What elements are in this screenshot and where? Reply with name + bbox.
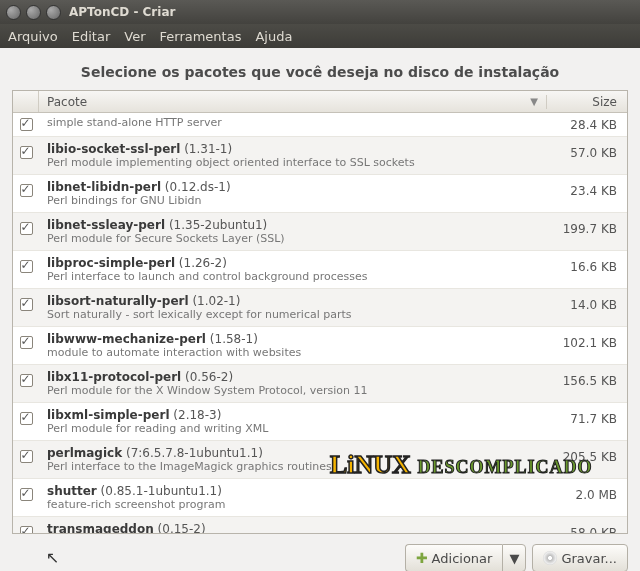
package-description: Perl module for Secure Sockets Layer (SS… [47, 232, 539, 245]
package-description: module to automate interaction with webs… [47, 346, 539, 359]
row-checkbox-cell [13, 116, 39, 131]
package-version: (1.02-1) [192, 294, 240, 308]
menu-arquivo[interactable]: Arquivo [8, 29, 58, 44]
menu-ajuda[interactable]: Ajuda [255, 29, 292, 44]
table-row[interactable]: shutter (0.85.1-1ubuntu1.1)feature-rich … [13, 479, 627, 517]
table-row[interactable]: libxml-simple-perl (2.18-3)Perl module f… [13, 403, 627, 441]
row-main: libx11-protocol-perl (0.56-2)Perl module… [39, 368, 547, 399]
row-checkbox-cell [13, 140, 39, 159]
maximize-icon[interactable] [46, 5, 61, 20]
column-package-label: Pacote [47, 95, 87, 109]
add-button-label: Adicionar [432, 551, 493, 566]
package-description: simple stand-alone HTTP server [47, 116, 539, 129]
package-description: Perl bindings for GNU Libidn [47, 194, 539, 207]
close-icon[interactable] [6, 5, 21, 20]
package-size: 71.7 KB [547, 406, 627, 426]
package-size: 2.0 MB [547, 482, 627, 502]
package-name: shutter [47, 484, 97, 498]
checkbox-icon[interactable] [20, 412, 33, 425]
package-name: libio-socket-ssl-perl [47, 142, 180, 156]
row-main: libxml-simple-perl (2.18-3)Perl module f… [39, 406, 547, 437]
row-main: perlmagick (7:6.5.7.8-1ubuntu1.1)Perl in… [39, 444, 547, 475]
row-main: libproc-simple-perl (1.26-2)Perl interfa… [39, 254, 547, 285]
package-size: 58.0 KB [547, 520, 627, 533]
add-button-group: ✚ Adicionar ▼ [405, 544, 527, 571]
package-version: (0.15-2) [158, 522, 206, 533]
page-heading: Selecione os pacotes que você deseja no … [12, 64, 628, 80]
row-main: simple stand-alone HTTP server [39, 116, 547, 131]
package-name: libxml-simple-perl [47, 408, 170, 422]
menu-editar[interactable]: Editar [72, 29, 111, 44]
package-name: transmageddon [47, 522, 154, 533]
checkbox-icon[interactable] [20, 336, 33, 349]
package-description: Perl module for reading and writing XML [47, 422, 539, 435]
package-size: 102.1 KB [547, 330, 627, 350]
row-main: libnet-libidn-perl (0.12.ds-1)Perl bindi… [39, 178, 547, 209]
package-size: 156.5 KB [547, 368, 627, 388]
table-row[interactable]: perlmagick (7:6.5.7.8-1ubuntu1.1)Perl in… [13, 441, 627, 479]
chevron-down-icon: ▼ [509, 551, 519, 566]
package-size: 57.0 KB [547, 140, 627, 160]
table-row[interactable]: libnet-libidn-perl (0.12.ds-1)Perl bindi… [13, 175, 627, 213]
disc-icon [543, 551, 557, 565]
checkbox-icon[interactable] [20, 222, 33, 235]
column-size[interactable]: Size [547, 95, 627, 109]
checkbox-icon[interactable] [20, 118, 33, 131]
table-row[interactable]: libsort-naturally-perl (1.02-1)Sort natu… [13, 289, 627, 327]
package-version: (0.12.ds-1) [165, 180, 231, 194]
package-size: 14.0 KB [547, 292, 627, 312]
add-button[interactable]: ✚ Adicionar [405, 544, 503, 571]
package-version: (1.31-1) [184, 142, 232, 156]
table-row[interactable]: transmageddon (0.15-2)video transcoder f… [13, 517, 627, 533]
burn-button[interactable]: Gravar... [532, 544, 628, 571]
footer-toolbar: ✚ Adicionar ▼ Gravar... [0, 534, 640, 571]
table-row[interactable]: libwww-mechanize-perl (1.58-1)module to … [13, 327, 627, 365]
plus-icon: ✚ [416, 550, 428, 566]
column-checkbox[interactable] [13, 91, 39, 112]
table-row[interactable]: libio-socket-ssl-perl (1.31-1)Perl modul… [13, 137, 627, 175]
row-checkbox-cell [13, 178, 39, 197]
row-checkbox-cell [13, 330, 39, 349]
row-checkbox-cell [13, 444, 39, 463]
checkbox-icon[interactable] [20, 374, 33, 387]
package-version: (1.58-1) [210, 332, 258, 346]
column-package[interactable]: Pacote ▼ [39, 95, 547, 109]
table-body: simple stand-alone HTTP server28.4 KBlib… [13, 113, 627, 533]
row-main: libio-socket-ssl-perl (1.31-1)Perl modul… [39, 140, 547, 171]
menubar: Arquivo Editar Ver Ferramentas Ajuda [0, 24, 640, 48]
package-version: (1.35-2ubuntu1) [169, 218, 267, 232]
checkbox-icon[interactable] [20, 184, 33, 197]
package-size: 199.7 KB [547, 216, 627, 236]
table-row[interactable]: libx11-protocol-perl (0.56-2)Perl module… [13, 365, 627, 403]
package-description: Perl interface to the ImageMagick graphi… [47, 460, 539, 473]
table-row[interactable]: libnet-ssleay-perl (1.35-2ubuntu1)Perl m… [13, 213, 627, 251]
row-main: libsort-naturally-perl (1.02-1)Sort natu… [39, 292, 547, 323]
package-size: 205.5 KB [547, 444, 627, 464]
checkbox-icon[interactable] [20, 146, 33, 159]
row-checkbox-cell [13, 520, 39, 533]
table-row[interactable]: simple stand-alone HTTP server28.4 KB [13, 113, 627, 137]
package-description: feature-rich screenshot program [47, 498, 539, 511]
checkbox-icon[interactable] [20, 488, 33, 501]
checkbox-icon[interactable] [20, 298, 33, 311]
package-version: (0.85.1-1ubuntu1.1) [101, 484, 222, 498]
sort-desc-icon: ▼ [530, 96, 538, 107]
checkbox-icon[interactable] [20, 526, 33, 533]
row-main: libnet-ssleay-perl (1.35-2ubuntu1)Perl m… [39, 216, 547, 247]
row-main: libwww-mechanize-perl (1.58-1)module to … [39, 330, 547, 361]
checkbox-icon[interactable] [20, 260, 33, 273]
window-controls [6, 5, 61, 20]
package-version: (1.26-2) [179, 256, 227, 270]
add-button-dropdown[interactable]: ▼ [502, 544, 526, 571]
row-main: shutter (0.85.1-1ubuntu1.1)feature-rich … [39, 482, 547, 513]
row-checkbox-cell [13, 254, 39, 273]
menu-ver[interactable]: Ver [124, 29, 145, 44]
package-version: (7:6.5.7.8-1ubuntu1.1) [126, 446, 263, 460]
table-row[interactable]: libproc-simple-perl (1.26-2)Perl interfa… [13, 251, 627, 289]
window-title: APTonCD - Criar [69, 5, 175, 19]
package-description: Perl interface to launch and control bac… [47, 270, 539, 283]
minimize-icon[interactable] [26, 5, 41, 20]
checkbox-icon[interactable] [20, 450, 33, 463]
row-checkbox-cell [13, 482, 39, 501]
menu-ferramentas[interactable]: Ferramentas [160, 29, 242, 44]
